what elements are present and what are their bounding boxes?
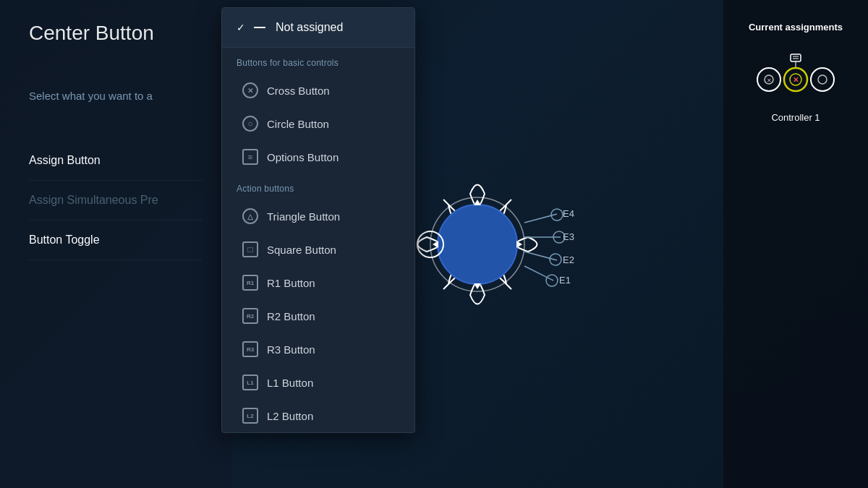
square-button-label: Square Button bbox=[267, 244, 336, 256]
dropdown-item-options[interactable]: Options Button bbox=[222, 140, 414, 174]
menu-item-assign-simultaneous[interactable]: Assign Simultaneous Pre bbox=[29, 181, 203, 221]
mini-controller-diagram: ✕ ✕ bbox=[749, 47, 843, 112]
controller-label: Controller 1 bbox=[771, 112, 820, 123]
section-label-basic: Buttons for basic controls bbox=[222, 48, 414, 74]
dropdown-menu[interactable]: ✓ Not assigned Buttons for basic control… bbox=[221, 7, 415, 433]
svg-marker-3 bbox=[474, 283, 481, 289]
options-button-label: Options Button bbox=[267, 151, 339, 163]
l1-button-icon bbox=[242, 374, 258, 390]
dropdown-item-l1[interactable]: L1 Button bbox=[222, 366, 414, 399]
svg-marker-5 bbox=[516, 241, 522, 248]
dash-icon bbox=[254, 27, 265, 28]
dropdown-item-l2[interactable]: L2 Button bbox=[222, 399, 414, 432]
svg-text:✕: ✕ bbox=[767, 77, 772, 84]
r1-button-label: R1 Button bbox=[267, 277, 315, 289]
l2-button-label: L2 Button bbox=[267, 410, 313, 422]
svg-text:E1: E1 bbox=[559, 275, 571, 286]
dropdown-item-circle[interactable]: Circle Button bbox=[222, 107, 414, 140]
circle-button-icon bbox=[242, 116, 258, 132]
menu-list: Assign Button Assign Simultaneous Pre Bu… bbox=[29, 141, 203, 260]
menu-item-button-toggle[interactable]: Button Toggle bbox=[29, 221, 203, 260]
dropdown-item-square[interactable]: Square Button bbox=[222, 233, 414, 266]
dropdown-item-r1[interactable]: R1 Button bbox=[222, 266, 414, 299]
svg-line-11 bbox=[524, 266, 553, 281]
triangle-button-icon bbox=[242, 208, 258, 224]
section-label-action: Action buttons bbox=[222, 174, 414, 200]
select-description: Select what you want to a bbox=[29, 88, 203, 105]
page-title: Center Button bbox=[29, 22, 203, 45]
r1-button-icon bbox=[242, 275, 258, 291]
svg-point-26 bbox=[811, 68, 834, 91]
triangle-button-label: Triangle Button bbox=[267, 210, 340, 223]
l2-button-icon bbox=[242, 408, 258, 424]
dropdown-item-r3[interactable]: R3 Button bbox=[222, 333, 414, 366]
dropdown-item-r2[interactable]: R2 Button bbox=[222, 299, 414, 333]
cross-button-icon bbox=[242, 82, 258, 98]
svg-text:E4: E4 bbox=[563, 208, 574, 219]
not-assigned-label: Not assigned bbox=[276, 21, 343, 34]
svg-marker-4 bbox=[433, 241, 438, 248]
r3-button-label: R3 Button bbox=[267, 343, 315, 356]
dropdown-not-assigned-item[interactable]: ✓ Not assigned bbox=[222, 8, 414, 48]
l1-button-label: L1 Button bbox=[267, 377, 313, 389]
svg-rect-28 bbox=[791, 54, 801, 61]
r2-button-icon bbox=[242, 308, 258, 324]
menu-item-assign-button[interactable]: Assign Button bbox=[29, 141, 203, 181]
svg-point-0 bbox=[438, 205, 517, 284]
svg-text:✕: ✕ bbox=[793, 76, 799, 84]
cross-button-label: Cross Button bbox=[267, 85, 330, 97]
svg-point-27 bbox=[818, 75, 827, 84]
check-icon: ✓ bbox=[237, 22, 245, 33]
options-button-icon bbox=[242, 149, 258, 165]
r3-button-icon bbox=[242, 341, 258, 357]
right-panel: Current assignments ✕ ✕ Controller 1 bbox=[723, 0, 868, 488]
dropdown-item-cross[interactable]: Cross Button bbox=[222, 74, 414, 107]
svg-line-10 bbox=[524, 252, 557, 260]
svg-marker-2 bbox=[474, 200, 481, 205]
r2-button-label: R2 Button bbox=[267, 310, 315, 322]
left-panel: Center Button Select what you want to a … bbox=[0, 0, 231, 488]
circle-button-label: Circle Button bbox=[267, 118, 329, 130]
square-button-icon bbox=[242, 241, 258, 257]
dropdown-item-triangle[interactable]: Triangle Button bbox=[222, 200, 414, 233]
current-assignments-title: Current assignments bbox=[749, 22, 843, 33]
svg-point-19 bbox=[546, 275, 558, 286]
svg-text:E2: E2 bbox=[563, 254, 574, 265]
